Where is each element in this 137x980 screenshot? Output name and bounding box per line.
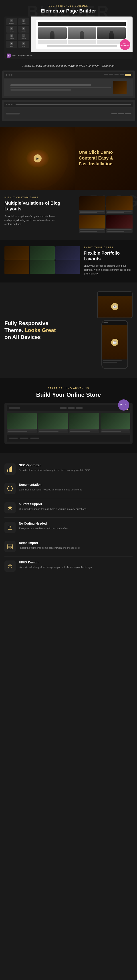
elementor-logo: ε (7, 54, 11, 57)
blog-card-3 (79, 215, 106, 233)
widget-social: ◈ Social (18, 41, 29, 48)
blog-card-line-5 (80, 229, 104, 230)
blog-card-body-2 (106, 210, 132, 214)
seo-icon (7, 466, 13, 472)
product-img-1 (7, 413, 37, 429)
coffee-icon-tablet: ☕ (111, 303, 118, 310)
feature-docs: Documentation Extensive information need… (5, 479, 132, 498)
product-body-2 (38, 429, 68, 433)
template-nav-item-4 (120, 74, 124, 75)
product-line-5 (70, 430, 98, 430)
phone-footer-line-1 (103, 360, 122, 361)
feature-uiux-text: UI/UX Design Your site will always look … (19, 560, 93, 570)
template-dot-3 (11, 74, 13, 76)
feature-docs-desc: Extensive information needed to install … (19, 488, 82, 492)
coffee-cup-icon-symbol-2: ☕ (113, 340, 117, 344)
feature-demo-import-text: Demo Import Import the full theme demo c… (19, 541, 80, 550)
blog-card-1 (79, 196, 106, 214)
play-button[interactable]: ▶ (33, 154, 42, 162)
blog-cards-grid (79, 196, 132, 233)
store-logo (9, 407, 20, 409)
template-nav-item-1 (104, 74, 108, 75)
blog-card-4 (106, 215, 132, 233)
svg-marker-5 (8, 505, 13, 510)
blog-description: Powerful post options offer greater cont… (5, 215, 58, 226)
phone-hero: ☕ (102, 325, 128, 360)
portfolio-item-3 (55, 247, 80, 260)
footer-logo-placeholder (6, 113, 20, 115)
demo-text: One Click Demo Content! Easy & Fast Inst… (76, 145, 137, 172)
feature-seo: SEO Optimized Benoit caters to clients w… (5, 460, 132, 479)
portfolio-grid-wrap (5, 247, 80, 274)
coffee-cup-icon-symbol: ☕ (113, 304, 117, 309)
feature-docs-text: Documentation Extensive information need… (19, 483, 82, 492)
responsive-title: Fully Responsive Theme. Looks Great on A… (5, 320, 93, 341)
blog-card-body-4 (106, 229, 132, 233)
feature-coding-text: No Coding Needed Everyone can use Benoit… (19, 522, 68, 531)
store-footer-item-1 (9, 438, 18, 439)
feature-demo-import: Demo Import Import the full theme demo c… (5, 537, 132, 557)
widget-button-icon: ⊞ (10, 27, 13, 30)
template-bar-1 (4, 72, 133, 78)
template-nav-item-2 (109, 74, 113, 75)
feature-support: 5 Stars Support Our friendly support tea… (5, 498, 132, 518)
phone-footer-line-2 (103, 362, 117, 363)
store-nav-3 (76, 407, 83, 409)
template-content-inner (11, 81, 126, 94)
demo-import-icon (7, 544, 13, 550)
blog-text: Highly Customizable Multiple Variations … (5, 196, 77, 231)
blog-card-line-6 (80, 231, 97, 232)
widget-divider-icon: 〓 (10, 34, 13, 38)
feature-uiux-desc: Your site will always look sharp, so you… (19, 565, 93, 570)
responsive-looks-great: Looks Great (25, 327, 56, 333)
tablet-nav (98, 292, 132, 296)
responsive-line3: on All Devices (5, 334, 93, 340)
widget-iconbox: ✦ Icon Box (18, 26, 29, 33)
template-url-bar (16, 104, 131, 105)
store-nav (7, 405, 130, 411)
blog-card-line-7 (107, 229, 132, 230)
feature-demo-import-icon-wrap (5, 541, 16, 552)
builder-title: Elementor Page Builder (5, 8, 132, 14)
responsive-text: Fully Responsive Theme. Looks Great on A… (5, 320, 93, 341)
product-body-1 (7, 429, 37, 433)
store-nav-items (22, 407, 121, 409)
portfolio-item-6 (55, 260, 80, 274)
canvas-footer-bar (47, 45, 117, 47)
widget-heading-icon: ≡ (10, 19, 13, 22)
demo-bg: ▶ One Click Demo Content! Easy & Fast In… (0, 127, 137, 190)
product-line-3 (39, 430, 67, 430)
blog-subtitle: Highly Customizable (5, 196, 75, 199)
portfolio-section: Enjoy Your Cases Flexible Portfolio Layo… (0, 240, 137, 283)
product-line-8 (101, 431, 121, 432)
portfolio-title: Flexible Portfolio Layouts (83, 250, 132, 262)
widget-video-icon: ▣ (10, 42, 13, 45)
builder-footer: Header & Footer Templates Using the Powe… (0, 61, 137, 70)
woo-logo-icon (124, 404, 127, 406)
canvas-rows (38, 40, 126, 45)
template-dot-6 (11, 104, 13, 105)
feature-coding-title: No Coding Needed (19, 522, 68, 525)
footer-links (22, 113, 131, 114)
product-line-7 (101, 430, 130, 430)
responsive-section: Fully Responsive Theme. Looks Great on A… (0, 283, 137, 378)
blog-layout: Highly Customizable Multiple Variations … (5, 196, 132, 233)
footer-link-2 (118, 113, 124, 114)
product-line-1 (8, 430, 36, 430)
product-line-6 (70, 431, 90, 432)
store-subtitle: Start Selling Anything (5, 387, 132, 390)
template-dot-5 (8, 104, 10, 105)
portfolio-description: Show your gorgeous projects using our po… (83, 264, 132, 276)
feature-coding: No Coding Needed Everyone can use Benoit… (5, 518, 132, 537)
blog-card-line-8 (107, 231, 124, 232)
feature-uiux-title: UI/UX Design (19, 560, 93, 564)
blog-card-line-1 (80, 211, 104, 212)
canvas-row-2 (68, 40, 96, 45)
phone-nav (102, 321, 128, 325)
stars-support-icon (7, 505, 13, 511)
widget-iconbox-icon: ✦ (22, 27, 25, 30)
person-img-2 (68, 27, 96, 38)
portfolio-item-5 (30, 260, 55, 274)
documentation-icon (7, 485, 13, 492)
badge-label: Elements (121, 45, 129, 47)
